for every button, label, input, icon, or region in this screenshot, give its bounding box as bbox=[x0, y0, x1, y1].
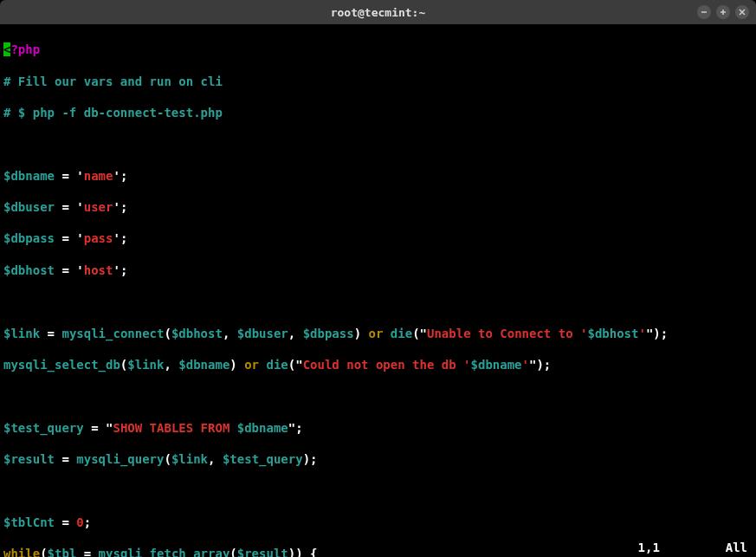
code-line: $dbuser = 'user'; bbox=[3, 199, 753, 215]
titlebar: root@tecmint:~ bbox=[0, 0, 756, 24]
code-line: mysqli_select_db($link, $dbname) or die(… bbox=[3, 357, 753, 372]
code-line: $link = mysqli_connect($dbhost, $dbuser,… bbox=[3, 326, 753, 341]
code-line: $dbpass = 'pass'; bbox=[3, 230, 753, 246]
code-line: $dbhost = 'host'; bbox=[3, 262, 753, 278]
code-line: $test_query = "SHOW TABLES FROM $dbname"… bbox=[3, 420, 753, 436]
cursor-position: 1,1 bbox=[638, 541, 660, 554]
code-line: $result = mysqli_query($link, $test_quer… bbox=[3, 451, 753, 467]
window-controls bbox=[697, 5, 749, 19]
code-comment: # $ php -f db-connect-test.php bbox=[3, 105, 753, 120]
code-comment: # Fill our vars and run on cli bbox=[3, 74, 753, 89]
blank-line bbox=[3, 483, 753, 498]
window-title: root@tecmint:~ bbox=[331, 6, 426, 19]
maximize-button[interactable] bbox=[716, 5, 730, 19]
vim-status-bar: 1,1 All bbox=[638, 540, 747, 555]
code-line: $dbname = 'name'; bbox=[3, 168, 753, 184]
blank-line bbox=[3, 294, 753, 309]
scroll-position: All bbox=[726, 541, 747, 554]
minimize-button[interactable] bbox=[697, 5, 711, 19]
blank-line bbox=[3, 136, 753, 152]
code-line: <?php bbox=[3, 42, 753, 57]
blank-line bbox=[3, 388, 753, 404]
php-open-tag: ?php bbox=[10, 42, 40, 56]
terminal-content[interactable]: <?php # Fill our vars and run on cli # $… bbox=[0, 24, 756, 557]
code-line: $tblCnt = 0; bbox=[3, 515, 753, 530]
close-button[interactable] bbox=[735, 5, 749, 19]
